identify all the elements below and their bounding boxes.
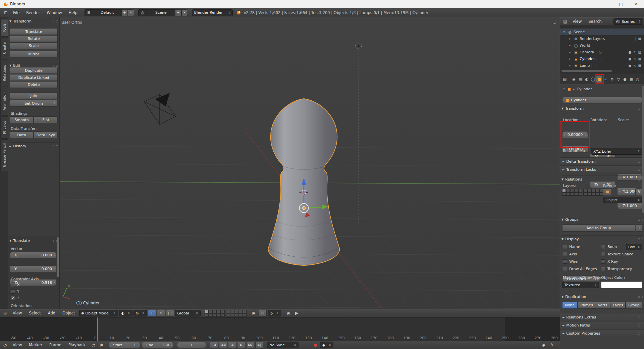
decrement-icon[interactable]: ‹ (591, 154, 593, 158)
duplication-group-toggle[interactable]: Group (626, 302, 642, 309)
layer-toggle[interactable] (595, 192, 599, 196)
layer-toggle[interactable] (587, 192, 591, 196)
shade-flat-button[interactable]: Flat (34, 116, 58, 123)
data-button[interactable]: Data (10, 132, 34, 138)
bounds-type-select[interactable]: Box⇕ (626, 244, 642, 250)
timeline-ruler[interactable]: -50-40-30-20-100102030405060708090100110… (0, 317, 560, 341)
jump-to-start-button[interactable]: |◀ (210, 342, 218, 348)
start-frame-field[interactable]: ‹Start:1› (108, 342, 141, 348)
decrement-icon[interactable]: ‹ (591, 183, 593, 187)
layer-toggle[interactable] (227, 310, 230, 313)
scene-browse-icon[interactable]: ◎ (138, 9, 147, 16)
vector-x-field[interactable]: ‹X:0.000› (10, 252, 57, 258)
layer-toggle[interactable] (221, 313, 225, 317)
layer-toggle[interactable] (239, 310, 243, 313)
manipulator-scale-toggle[interactable]: ▢ (166, 310, 174, 316)
insert-keyframe-button[interactable]: ◆ (540, 342, 547, 348)
object-menu[interactable]: Object (59, 311, 78, 315)
selectability-icon[interactable]: ↖ (633, 50, 636, 54)
tab-physics[interactable]: ◎ (635, 76, 641, 83)
timeline-marker-menu[interactable]: Marker (26, 343, 45, 347)
layer-toggle[interactable] (235, 313, 238, 317)
layer-toggle[interactable] (209, 310, 213, 313)
jump-to-end-button[interactable]: ▶| (255, 342, 263, 348)
decrement-icon[interactable]: ‹ (619, 190, 620, 193)
layer-toggle[interactable] (591, 189, 595, 192)
increment-icon[interactable]: › (54, 281, 55, 284)
display-name-checkbox[interactable]: Name (563, 245, 580, 249)
display-xray-checkbox[interactable]: X-Ray (601, 259, 618, 264)
layer-toggle[interactable] (578, 189, 582, 192)
add-layout-button[interactable]: + (121, 9, 128, 16)
lock-to-scene-icon[interactable]: ▣ (250, 310, 258, 316)
duplication-frames-toggle[interactable]: Frames (578, 302, 595, 309)
display-texture-space-checkbox[interactable]: Texture Space (601, 252, 633, 256)
viewport-editor-type-button[interactable]: ⊞ (1, 310, 9, 316)
layer-toggle[interactable] (205, 313, 209, 317)
layer-toggle[interactable] (578, 192, 582, 196)
jump-next-keyframe-button[interactable]: ▶▶ (246, 342, 254, 348)
selectability-icon[interactable]: ↖ (633, 57, 636, 61)
play-button[interactable]: ▶ (237, 342, 245, 348)
decrement-icon[interactable]: ‹ (143, 343, 145, 347)
opengl-render-button[interactable]: ◉ (285, 310, 292, 316)
renderability-icon[interactable]: ▦ (638, 57, 641, 61)
screen-layout-selector[interactable]: ⊞ Default + ✕ (85, 9, 134, 16)
opengl-render-anim-button[interactable]: ▶ (293, 310, 301, 316)
checkbox[interactable] (601, 245, 605, 249)
parent-object-field[interactable]: Object⇕ (603, 197, 642, 203)
layer-toggle[interactable] (599, 189, 603, 192)
rotation-mode-select[interactable]: XYZ Euler⇕ (591, 148, 642, 155)
pivot-center-select[interactable]: ⊙⇕ (133, 310, 147, 316)
layer-toggle[interactable] (583, 192, 587, 196)
view-menu[interactable]: View (10, 311, 25, 315)
screen-layout-name[interactable]: Default (93, 9, 121, 16)
add-scene-button[interactable]: + (175, 9, 181, 16)
scene-name[interactable]: Scene (147, 9, 175, 16)
data-layout-button[interactable]: Data Layo (34, 132, 58, 138)
layer-toggle[interactable] (562, 192, 566, 196)
layer-toggle[interactable] (231, 313, 234, 317)
viewport-shading-select[interactable]: ◐⇕ (119, 310, 132, 316)
checkbox[interactable] (563, 252, 567, 256)
add-to-group-button[interactable]: Add to Group (562, 225, 635, 232)
tab-material[interactable]: ● (622, 76, 628, 83)
tab-render[interactable]: ◉ (571, 76, 577, 83)
display-transparency-checkbox[interactable]: Transparency (601, 267, 632, 271)
delete-scene-button[interactable]: ✕ (181, 9, 188, 16)
checkbox[interactable] (601, 259, 605, 264)
layer-toggle[interactable] (217, 310, 221, 313)
scale-z-field[interactable]: ‹Z:1.000› (617, 202, 642, 209)
disclosure-dot-icon[interactable]: ∘ (568, 50, 572, 54)
minimize-button[interactable]: – (598, 0, 613, 8)
outliner-row-scene[interactable]: ⊖ ◎ Scene (560, 29, 644, 35)
outliner-scrollbar[interactable] (561, 70, 612, 72)
layer-toggle[interactable] (574, 189, 578, 192)
display-wire-checkbox[interactable]: Wire (563, 259, 578, 264)
delete-button[interactable]: Delete (10, 81, 58, 88)
groups-panel-header[interactable]: ▼Groups (561, 216, 643, 222)
3d-viewport[interactable]: y (60, 17, 560, 309)
duplication-none-toggle[interactable]: None (562, 302, 578, 309)
translate-button[interactable]: Translate (10, 28, 58, 35)
add-menu[interactable]: Add (45, 311, 58, 315)
preview-range-toggle[interactable]: ◔ (90, 342, 97, 348)
timeline-editor-type-button[interactable]: ◔ (1, 342, 9, 348)
tool-tab-relations[interactable]: Relations (0, 60, 8, 86)
tab-render-layers[interactable]: ▤ (577, 76, 583, 83)
screen-browse-icon[interactable]: ⊞ (85, 9, 93, 16)
timeline-frame-menu[interactable]: Frame (46, 343, 64, 347)
decrement-icon[interactable]: ‹ (110, 343, 111, 347)
layer-toggle[interactable] (235, 310, 238, 313)
checkbox[interactable] (563, 259, 567, 264)
decrement-icon[interactable]: ‹ (11, 253, 13, 257)
tab-object-data[interactable]: ▽ (615, 76, 622, 83)
outliner-search-menu[interactable]: Search (585, 19, 605, 24)
shade-smooth-button[interactable]: Smooth (10, 116, 34, 123)
tab-modifiers[interactable]: ⚙ (609, 76, 615, 83)
tab-texture[interactable]: ▦ (628, 76, 634, 83)
rotate-button[interactable]: Rotate (10, 35, 58, 42)
new-group-button[interactable]: + (636, 225, 642, 232)
layer-toggle[interactable] (221, 310, 225, 313)
transform-orientation-select[interactable]: Global⇕ (175, 310, 201, 316)
